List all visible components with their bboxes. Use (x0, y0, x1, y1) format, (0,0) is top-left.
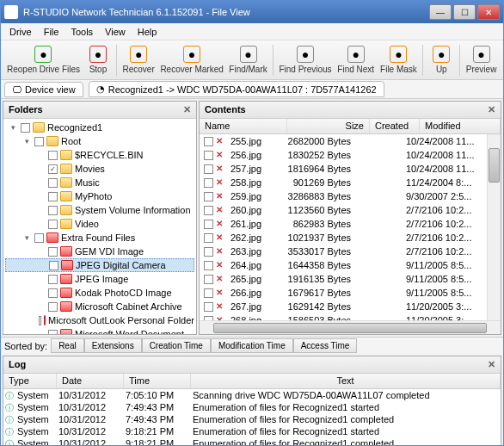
find-next-button[interactable]: ●Find Next (335, 44, 378, 76)
tree-item[interactable]: ✓Movies (5, 162, 194, 176)
tree-item[interactable]: Microsoft OutLook Personal Folder (5, 313, 194, 327)
log-col-text[interactable]: Text (191, 374, 501, 388)
close-icon[interactable]: ✕ (488, 359, 495, 370)
log-row[interactable]: ⓘSystem10/31/20129:18:21 PMEnumeration o… (3, 437, 501, 446)
scrollbar-horizontal[interactable] (200, 320, 501, 334)
checkbox[interactable] (48, 247, 58, 257)
minimize-button[interactable]: — (429, 4, 452, 20)
log-list[interactable]: ⓘSystem10/31/20127:05:10 PMScanning driv… (3, 389, 501, 446)
expand-icon[interactable]: ▾ (22, 233, 32, 242)
tree-item[interactable]: MyPhoto (5, 189, 194, 203)
tree-item[interactable]: $RECYCLE.BIN (5, 148, 194, 162)
checkbox[interactable] (39, 316, 40, 325)
tree-item[interactable]: Microsoft Word Document (5, 327, 194, 334)
tree-item[interactable]: Music (5, 176, 194, 189)
checkbox[interactable] (34, 137, 44, 146)
sort-extensions[interactable]: Extensions (84, 338, 142, 353)
file-row[interactable]: ✕262.jpg1021937 Bytes2/7/2106 10:2... (200, 231, 487, 245)
close-icon[interactable]: ✕ (488, 104, 495, 115)
file-row[interactable]: ✕260.jpg1123560 Bytes2/7/2106 10:2... (200, 203, 487, 217)
tree-item[interactable]: System Volume Information (5, 203, 194, 217)
checkbox[interactable] (21, 123, 30, 133)
file-row[interactable]: ✕259.jpg3286883 Bytes9/30/2007 2:5... (200, 189, 487, 203)
checkbox[interactable] (48, 302, 58, 312)
stop-button[interactable]: ●Stop (83, 44, 114, 76)
tree-item[interactable]: JPEG Digital Camera (5, 258, 194, 272)
checkbox[interactable] (204, 302, 213, 312)
reopen-button[interactable]: ●Reopen Drive Files (4, 44, 83, 76)
checkbox[interactable]: ✓ (48, 164, 58, 174)
folder-tree[interactable]: ▾Recognized1▾Root$RECYCLE.BIN✓MoviesMusi… (3, 119, 196, 334)
file-row[interactable]: ✕264.jpg1644358 Bytes9/11/2005 8:5... (200, 258, 487, 272)
file-row[interactable]: ✕256.jpg1830252 Bytes10/24/2008 11... (200, 148, 487, 162)
checkbox[interactable] (204, 178, 213, 188)
findmark-button[interactable]: ●Find/Mark (226, 44, 270, 76)
file-row[interactable]: ✕267.jpg1629142 Bytes11/20/2005 3:... (200, 300, 487, 313)
checkbox[interactable] (48, 288, 58, 298)
col-size[interactable]: Size (287, 119, 370, 133)
scrollbar-thumb[interactable] (213, 323, 487, 333)
col-modified[interactable]: Modified (420, 119, 501, 133)
file-row[interactable]: ✕263.jpg3533017 Bytes2/7/2106 10:2... (200, 245, 487, 258)
find-previous-button[interactable]: ●Find Previous (276, 44, 335, 76)
col-created[interactable]: Created (370, 119, 420, 133)
sort-creation-time[interactable]: Creation Time (142, 338, 211, 353)
log-col-type[interactable]: Type (3, 374, 57, 388)
close-icon[interactable]: ✕ (183, 104, 191, 115)
log-col-date[interactable]: Date (57, 374, 124, 388)
checkbox[interactable] (48, 178, 58, 188)
checkbox[interactable] (48, 192, 58, 201)
checkbox[interactable] (204, 275, 213, 284)
menu-help[interactable]: Help (132, 25, 163, 39)
scrollbar-vertical[interactable] (487, 134, 501, 320)
checkbox[interactable] (48, 330, 58, 335)
log-row[interactable]: ⓘSystem10/31/20129:18:21 PMEnumeration o… (3, 425, 501, 437)
tree-item[interactable]: ▾Recognized1 (5, 121, 194, 134)
checkbox[interactable] (204, 288, 213, 298)
sort-real[interactable]: Real (51, 338, 84, 353)
file-row[interactable]: ✕265.jpg1916135 Bytes9/11/2005 8:5... (200, 272, 487, 286)
tree-item[interactable]: JPEG Image (5, 272, 194, 286)
checkbox[interactable] (204, 137, 213, 146)
checkbox[interactable] (48, 151, 58, 160)
tree-item[interactable]: Kodak PhotoCD Image (5, 286, 194, 300)
recover-button[interactable]: ●Recover (120, 44, 157, 76)
checkbox[interactable] (204, 164, 213, 174)
expand-icon[interactable]: ▾ (22, 137, 32, 146)
device-view-tab[interactable]: 🖵Device view (4, 82, 83, 97)
menu-drive[interactable]: Drive (4, 25, 37, 39)
file-row[interactable]: ✕261.jpg862983 Bytes2/7/2106 10:2... (200, 217, 487, 231)
tree-item[interactable]: ▾Extra Found Files (5, 231, 194, 245)
expand-icon[interactable]: ▾ (9, 123, 18, 132)
file-row[interactable]: ✕266.jpg1679617 Bytes9/11/2005 8:5... (200, 286, 487, 300)
log-row[interactable]: ⓘSystem10/31/20127:49:43 PMEnumeration o… (3, 401, 501, 413)
checkbox[interactable] (204, 247, 213, 257)
scrollbar-thumb[interactable] (489, 148, 500, 183)
checkbox[interactable] (34, 233, 44, 243)
checkbox[interactable] (48, 220, 58, 229)
file-mask-button[interactable]: ●File Mask (378, 44, 421, 76)
preview-button[interactable]: ●Preview (463, 44, 500, 76)
tree-item[interactable]: GEM VDI Image (5, 245, 194, 258)
log-col-time[interactable]: Time (124, 374, 191, 388)
checkbox[interactable] (204, 233, 213, 243)
checkbox[interactable] (204, 261, 213, 270)
file-row[interactable]: ✕255.jpg2682000 Bytes10/24/2008 11... (200, 134, 487, 148)
titlebar[interactable]: R-STUDIO Network Technician 6.1.152091 -… (1, 1, 503, 23)
tree-item[interactable]: Microsoft Cabinet Archive (5, 300, 194, 313)
checkbox[interactable] (204, 206, 213, 215)
sort-access-time[interactable]: Access Time (293, 338, 358, 353)
tree-item[interactable]: ▾Root (5, 134, 194, 148)
log-row[interactable]: ⓘSystem10/31/20127:05:10 PMScanning driv… (3, 389, 501, 401)
file-list[interactable]: ✕255.jpg2682000 Bytes10/24/2008 11...✕25… (200, 134, 487, 320)
tree-item[interactable]: Video (5, 217, 194, 231)
up-button[interactable]: ●Up (426, 44, 457, 76)
menu-view[interactable]: View (100, 25, 131, 39)
file-row[interactable]: ✕258.jpg901269 Bytes11/24/2004 8:... (200, 176, 487, 189)
checkbox[interactable] (204, 192, 213, 201)
checkbox[interactable] (48, 275, 58, 284)
maximize-button[interactable]: ☐ (453, 4, 476, 20)
menu-tools[interactable]: Tools (65, 25, 98, 39)
log-row[interactable]: ⓘSystem10/31/20127:49:43 PMEnumeration o… (3, 413, 501, 425)
breadcrumb-tab[interactable]: ◔Recognized1 -> WDC WD75DA-00AWA11L07 : … (89, 81, 384, 97)
